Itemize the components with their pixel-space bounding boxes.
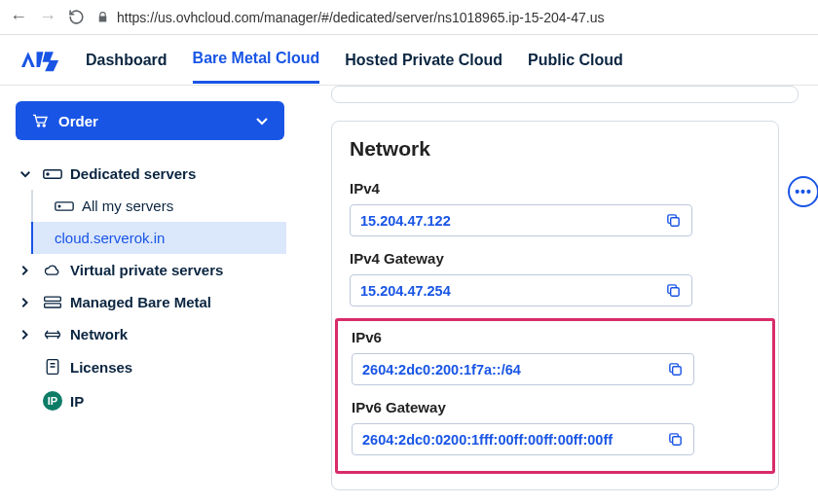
sidebar-item-all-servers[interactable]: All my servers: [33, 190, 286, 222]
cloud-icon: [43, 264, 62, 277]
svg-rect-6: [45, 297, 61, 301]
ipv6gw-value: 2604:2dc0:0200:1fff:00ff:00ff:00ff:00ff: [362, 432, 613, 448]
network-icon: [43, 328, 62, 342]
url-text: https://us.ovhcloud.com/manager/#/dedica…: [117, 10, 604, 25]
copy-icon[interactable]: [667, 431, 684, 448]
copy-icon[interactable]: [665, 212, 682, 229]
svg-rect-10: [671, 288, 680, 297]
forward-button[interactable]: →: [39, 7, 56, 27]
ipv4-label: IPv4: [350, 180, 761, 197]
browser-toolbar: ← → https://us.ovhcloud.com/manager/#/de…: [0, 0, 818, 35]
chevron-right-icon: [19, 297, 35, 308]
server-icon: [55, 199, 74, 213]
svg-rect-11: [673, 367, 682, 376]
sidebar-item-label: Dedicated servers: [70, 165, 196, 182]
nav-dashboard[interactable]: Dashboard: [86, 38, 167, 83]
reload-button[interactable]: [68, 9, 85, 25]
ipv6-label: IPv6: [352, 329, 759, 345]
order-button[interactable]: Order: [16, 101, 284, 140]
sidebar-item-vps[interactable]: Virtual private servers: [16, 254, 286, 286]
ipv4-value: 15.204.47.122: [360, 213, 451, 229]
sidebar-item-label: cloud.serverok.in: [55, 230, 165, 246]
license-icon: [43, 358, 62, 376]
more-actions-button[interactable]: •••: [788, 176, 818, 207]
copy-icon[interactable]: [667, 361, 684, 378]
stack-icon: [43, 295, 62, 310]
sidebar-item-label: Licenses: [70, 359, 132, 376]
ipv4-value-box: 15.204.47.122: [350, 204, 692, 236]
sidebar-item-label: Managed Bare Metal: [70, 294, 211, 310]
order-label: Order: [58, 113, 98, 129]
nav-hosted-private-cloud[interactable]: Hosted Private Cloud: [345, 38, 502, 83]
sidebar-item-network[interactable]: Network: [16, 318, 286, 350]
back-button[interactable]: ←: [10, 7, 27, 27]
svg-rect-12: [673, 437, 682, 446]
ip-icon: IP: [43, 391, 62, 411]
svg-point-0: [38, 125, 40, 126]
ipv6-value: 2604:2dc0:200:1f7a::/64: [362, 362, 521, 378]
svg-rect-7: [45, 303, 61, 306]
ipv6gw-value-box: 2604:2dc0:0200:1fff:00ff:00ff:00ff:00ff: [352, 423, 694, 455]
sidebar-item-label: All my servers: [82, 198, 173, 214]
sidebar-item-dedicated-servers[interactable]: Dedicated servers: [16, 158, 286, 190]
ipv4gw-value-box: 15.204.47.254: [350, 274, 692, 306]
svg-point-1: [43, 125, 45, 126]
sidebar-item-managed-bare-metal[interactable]: Managed Bare Metal: [16, 286, 286, 318]
panel-title: Network: [350, 137, 761, 161]
svg-point-3: [47, 173, 49, 175]
chevron-down-icon: [19, 169, 35, 178]
sidebar-item-ip[interactable]: IP IP: [16, 383, 286, 418]
logo[interactable]: [19, 48, 60, 73]
main-content: Network ••• IPv4 15.204.47.122 IPv4 Gate…: [296, 86, 818, 504]
card-placeholder: [331, 86, 799, 103]
chevron-down-icon: [255, 116, 269, 126]
ipv6-value-box: 2604:2dc0:200:1f7a::/64: [352, 353, 694, 385]
svg-point-5: [58, 205, 60, 207]
sidebar-item-label: IP: [70, 393, 84, 410]
lock-icon: [96, 11, 109, 23]
copy-icon[interactable]: [665, 282, 682, 299]
sidebar-item-label: Network: [70, 326, 128, 342]
chevron-right-icon: [19, 265, 35, 276]
network-panel: Network ••• IPv4 15.204.47.122 IPv4 Gate…: [331, 121, 779, 490]
sidebar: Order Dedicated servers All my servers c…: [0, 86, 296, 504]
cart-icon: [31, 114, 49, 127]
ipv4gw-value: 15.204.47.254: [360, 283, 451, 299]
nav-bare-metal-cloud[interactable]: Bare Metal Cloud: [193, 36, 320, 84]
sidebar-item-current-server[interactable]: cloud.serverok.in: [31, 222, 286, 254]
server-icon: [43, 167, 62, 181]
sidebar-item-licenses[interactable]: Licenses: [16, 350, 286, 383]
ipv4gw-label: IPv4 Gateway: [350, 250, 761, 267]
sidebar-item-label: Virtual private servers: [70, 262, 223, 278]
address-bar[interactable]: https://us.ovhcloud.com/manager/#/dedica…: [96, 10, 808, 25]
top-navigation: Dashboard Bare Metal Cloud Hosted Privat…: [0, 35, 818, 86]
chevron-right-icon: [19, 329, 35, 341]
svg-rect-9: [671, 218, 680, 227]
nav-public-cloud[interactable]: Public Cloud: [528, 38, 623, 83]
ipv6-highlight: IPv6 2604:2dc0:200:1f7a::/64 IPv6 Gatewa…: [335, 318, 775, 474]
ipv6gw-label: IPv6 Gateway: [352, 399, 759, 415]
